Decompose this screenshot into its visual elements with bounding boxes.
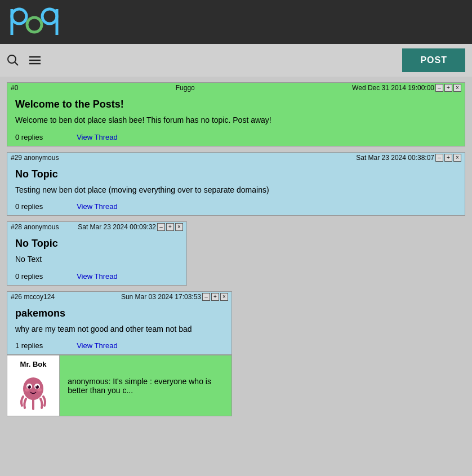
svg-point-3 xyxy=(42,9,57,24)
minimize-button[interactable]: – xyxy=(157,223,165,231)
post-26-container: #26 mccoy124 Sun Mar 03 2024 17:03:53 – … xyxy=(7,291,232,417)
svg-point-0 xyxy=(12,9,26,24)
post-date-controls: Wed Dec 31 2014 19:00:00 – + × xyxy=(352,84,461,92)
post-header: #26 mccoy124 Sun Mar 03 2024 17:03:53 – … xyxy=(7,292,231,302)
content-area: #0 Fuggo Wed Dec 31 2014 19:00:00 – + × … xyxy=(0,77,472,422)
minimize-button[interactable]: – xyxy=(435,154,443,162)
svg-point-17 xyxy=(25,388,29,392)
post-card: #26 mccoy124 Sun Mar 03 2024 17:03:53 – … xyxy=(7,291,232,355)
reply-count: 0 replies xyxy=(15,202,43,211)
post-text: why are my team not good and other team … xyxy=(15,324,224,335)
post-title: No Topic xyxy=(15,168,457,180)
reply-preview: Mr. Bok xyxy=(7,355,232,416)
toolbar: POST xyxy=(0,44,472,77)
post-user: Fuggo xyxy=(176,84,195,92)
post-text: Welcome to ben dot place slash bee! This… xyxy=(15,115,457,126)
post-header: #28 anonymous Sat Mar 23 2024 00:09:32 –… xyxy=(7,222,186,232)
view-thread-link[interactable]: View Thread xyxy=(77,133,118,141)
post-card: #29 anonymous Sat Mar 23 2024 00:38:07 –… xyxy=(7,152,465,216)
post-date-controls: Sat Mar 23 2024 00:09:32 – + × xyxy=(78,223,183,231)
svg-point-2 xyxy=(27,17,42,32)
svg-point-13 xyxy=(28,385,31,389)
post-body: pakemons why are my team not good and ot… xyxy=(7,302,231,340)
close-button[interactable]: × xyxy=(453,84,461,92)
close-button[interactable]: × xyxy=(220,293,228,301)
post-date: Sat Mar 23 2024 00:09:32 xyxy=(78,223,156,231)
reply-count: 0 replies xyxy=(15,272,43,281)
post-id-user: #0 xyxy=(11,84,18,92)
maximize-button[interactable]: + xyxy=(211,293,219,301)
post-date: Wed Dec 31 2014 19:00:00 xyxy=(352,84,434,92)
post-id-user: #29 anonymous xyxy=(11,154,59,162)
view-thread-link[interactable]: View Thread xyxy=(77,202,118,211)
minimize-button[interactable]: – xyxy=(202,293,210,301)
svg-point-16 xyxy=(36,385,37,386)
post-button[interactable]: POST xyxy=(402,48,465,72)
avatar-username: Mr. Bok xyxy=(20,360,47,368)
maximize-button[interactable]: + xyxy=(166,223,174,231)
reply-count: 1 replies xyxy=(15,341,43,350)
post-title: Welcome to the Posts! xyxy=(15,99,457,110)
close-button[interactable]: × xyxy=(175,223,183,231)
svg-point-18 xyxy=(37,388,42,392)
view-thread-link[interactable]: View Thread xyxy=(77,341,118,350)
post-card: #0 Fuggo Wed Dec 31 2014 19:00:00 – + × … xyxy=(7,82,465,146)
svg-point-5 xyxy=(8,55,16,63)
menu-icon[interactable] xyxy=(28,54,42,66)
reply-avatar: Mr. Bok xyxy=(7,355,60,416)
post-id-user: #28 anonymous xyxy=(11,223,59,231)
post-card: #28 anonymous Sat Mar 23 2024 00:09:32 –… xyxy=(7,221,187,286)
post-date-controls: Sat Mar 23 2024 00:38:07 – + × xyxy=(356,154,461,162)
post-title: pakemons xyxy=(15,308,224,319)
app-header xyxy=(0,0,472,44)
avatar-image xyxy=(14,372,53,411)
post-text: No Text xyxy=(15,254,179,265)
svg-line-6 xyxy=(15,63,19,66)
app-logo xyxy=(9,5,60,39)
svg-point-15 xyxy=(28,385,29,386)
reply-count: 0 replies xyxy=(15,133,43,141)
post-date-controls: Sun Mar 03 2024 17:03:53 – + × xyxy=(121,293,228,301)
view-thread-link[interactable]: View Thread xyxy=(77,272,118,281)
post-text: Testing new ben dot place (moving everyt… xyxy=(15,185,457,196)
close-button[interactable]: × xyxy=(453,154,461,162)
svg-point-14 xyxy=(35,385,39,389)
post-footer: 0 replies View Thread xyxy=(7,270,186,285)
search-icon[interactable] xyxy=(7,54,19,66)
post-date: Sat Mar 23 2024 00:38:07 xyxy=(356,154,434,162)
maximize-button[interactable]: + xyxy=(444,84,452,92)
post-title: No Topic xyxy=(15,238,179,250)
reply-content: anonymous: It's simple : everyone who is… xyxy=(68,377,224,395)
post-header: #29 anonymous Sat Mar 23 2024 00:38:07 –… xyxy=(7,153,465,163)
post-body: No Topic Testing new ben dot place (movi… xyxy=(7,163,465,201)
post-body: No Topic No Text xyxy=(7,232,186,270)
post-footer: 0 replies View Thread xyxy=(7,200,465,215)
post-id-user: #26 mccoy124 xyxy=(11,293,55,301)
reply-text: anonymous: It's simple : everyone who is… xyxy=(60,355,231,416)
post-body: Welcome to the Posts! Welcome to ben dot… xyxy=(7,93,465,131)
post-footer: 1 replies View Thread xyxy=(7,339,231,354)
maximize-button[interactable]: + xyxy=(444,154,452,162)
post-header: #0 Fuggo Wed Dec 31 2014 19:00:00 – + × xyxy=(7,83,465,93)
toolbar-left xyxy=(7,54,393,66)
post-date: Sun Mar 03 2024 17:03:53 xyxy=(121,293,201,301)
post-footer: 0 replies View Thread xyxy=(7,131,465,146)
minimize-button[interactable]: – xyxy=(435,84,443,92)
